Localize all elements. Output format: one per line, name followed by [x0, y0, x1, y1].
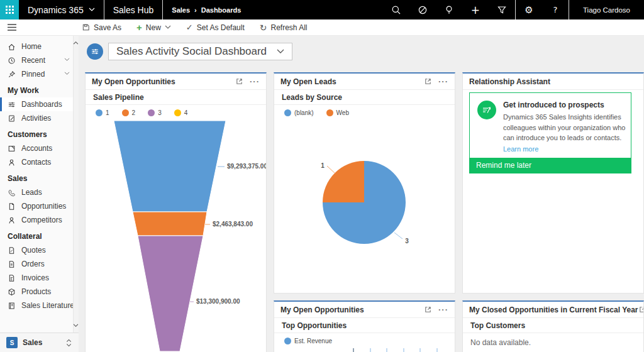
sidebar-scrollbar[interactable] [73, 36, 79, 333]
refresh-all-label: Refresh All [271, 23, 308, 32]
axis-tick [353, 348, 354, 352]
card-top-customers: My Closed Opportunities in Current Fisca… [462, 300, 644, 352]
remind-me-later-button[interactable]: Remind me later [470, 158, 631, 173]
new-label: New [146, 23, 161, 32]
search-button[interactable] [383, 0, 409, 19]
filter-button[interactable] [489, 0, 515, 19]
insight-title: Get introduced to prospects [503, 101, 631, 109]
breadcrumb-page[interactable]: Dashboards [201, 6, 242, 14]
breadcrumb-section[interactable]: Sales [172, 6, 190, 14]
quick-create-button[interactable]: + [462, 0, 489, 19]
sidebar-item-invoices[interactable]: Invoices [0, 271, 79, 285]
legend-item[interactable]: 2 [122, 109, 136, 116]
pie-slice-web[interactable] [323, 161, 364, 202]
popout-icon[interactable] [424, 77, 432, 85]
chevron-down-icon [89, 8, 95, 12]
filter-funnel-icon [497, 5, 507, 15]
sidebar-item-products[interactable]: Products [0, 285, 79, 299]
popout-icon[interactable] [424, 305, 432, 314]
axis-tick [370, 348, 371, 352]
learn-more-link[interactable]: Learn more [503, 145, 631, 153]
chevron-down-icon[interactable] [64, 72, 70, 75]
clock-icon [8, 57, 16, 65]
card-relationship-assistant: Relationship Assistant Get introduced to… [462, 72, 644, 294]
insight-body-text: Dynamics 365 Sales Insights identifies c… [503, 112, 631, 143]
dashboard-selector[interactable]: Sales Activity Social Dashboard [108, 43, 292, 60]
legend-swatch [148, 109, 155, 116]
save-icon [82, 23, 90, 31]
more-options-button[interactable]: ··· [438, 77, 448, 85]
sidebar-item-competitors[interactable]: Competitors [0, 213, 79, 227]
bar-chart-axis-ticks [274, 348, 455, 352]
user-menu[interactable]: Tiago Cardoso [569, 0, 644, 19]
hub-name[interactable]: Sales Hub [104, 0, 163, 19]
sidebar-item-orders[interactable]: Orders [0, 257, 79, 271]
funnel-value-label-2: $2,463,843.00 [213, 221, 253, 228]
sidebar-item-quotes[interactable]: Quotes [0, 243, 79, 257]
lightbulb-icon [444, 5, 454, 15]
legend-item[interactable]: Web [326, 109, 349, 116]
chart-title: Leads by Source [274, 90, 455, 105]
topbar-actions: + ⚙ ? Tiago Cardoso [383, 0, 644, 19]
legend-swatch [284, 338, 291, 344]
insight-card: Get introduced to prospects Dynamics 365… [469, 92, 631, 173]
invoice-document-icon [8, 274, 16, 282]
legend-item[interactable]: 3 [148, 109, 162, 116]
axis-tick [403, 348, 404, 352]
sidebar-item-recent[interactable]: Recent [0, 53, 79, 67]
insights-button[interactable] [436, 0, 462, 19]
settings-button[interactable]: ⚙ [516, 0, 542, 19]
page-title: Sales Activity Social Dashboard [116, 45, 267, 58]
sitemap-toggle-button[interactable] [7, 23, 17, 34]
legend-item[interactable]: Est. Revenue [284, 338, 332, 344]
leader-line [394, 233, 402, 239]
funnel-value-label-3: $13,300,900.00 [196, 298, 240, 305]
sidebar-item-contacts[interactable]: Contacts [0, 155, 79, 169]
more-options-button[interactable]: ··· [250, 77, 260, 85]
app-launcher-button[interactable] [0, 0, 19, 19]
save-as-button[interactable]: Save As [82, 23, 121, 32]
sidebar-item-home[interactable]: Home [0, 40, 79, 53]
legend-item[interactable]: (blank) [284, 109, 314, 116]
pie-legend: (blank) Web [274, 105, 455, 116]
checkmark-icon: ✓ [186, 23, 193, 31]
insight-arrow-icon [482, 105, 492, 115]
sidebar-item-activities[interactable]: Activities [0, 111, 79, 125]
top-navigation-bar: Dynamics 365 Sales Hub Sales › Dashboard… [0, 0, 644, 19]
funnel-segment-2[interactable] [133, 212, 207, 236]
sidebar-item-sales-literature[interactable]: Sales Literature [0, 299, 79, 312]
legend-item[interactable]: 4 [174, 109, 188, 116]
card-title: My Closed Opportunities in Current Fisca… [469, 305, 638, 314]
plus-icon: + [471, 4, 480, 16]
funnel-legend: 1 2 3 4 [86, 105, 266, 116]
sidebar-group-my-work: My Work [0, 81, 79, 97]
accounts-icon [8, 145, 16, 153]
refresh-all-button[interactable]: ↻ Refresh All [260, 23, 308, 32]
help-button[interactable]: ? [542, 0, 569, 19]
area-switcher[interactable]: S Sales [0, 333, 79, 352]
app-name-menu[interactable]: Dynamics 365 [19, 0, 104, 19]
chevron-down-icon [73, 324, 79, 327]
chevron-down-icon[interactable] [64, 58, 70, 62]
sidebar-item-opportunities[interactable]: Opportunities [0, 199, 79, 213]
guidance-button[interactable] [409, 0, 436, 19]
legend-item[interactable]: 1 [96, 109, 109, 116]
sales-pipeline-funnel-chart: $9,293,375.00 $2,463,843.00 $13,300,900.… [86, 119, 266, 352]
no-data-message: No data available. [463, 333, 643, 352]
funnel-segment-1[interactable] [114, 121, 226, 212]
funnel-segment-3[interactable] [138, 236, 203, 351]
legend-swatch [284, 109, 291, 116]
popout-icon[interactable] [638, 305, 644, 314]
new-button[interactable]: + New [136, 23, 171, 32]
more-options-button[interactable]: ··· [438, 305, 448, 314]
sales-insights-icon [477, 101, 496, 119]
set-as-default-button[interactable]: ✓ Set As Default [186, 23, 245, 32]
sidebar-item-leads[interactable]: Leads [0, 185, 79, 199]
sidebar-item-dashboards[interactable]: Dashboards [0, 97, 79, 111]
sidebar-item-pinned[interactable]: Pinned [0, 67, 79, 81]
person-icon [8, 158, 16, 167]
phone-icon [8, 189, 16, 197]
popout-icon[interactable] [235, 77, 243, 85]
chevron-down-icon [165, 25, 171, 30]
sidebar-item-accounts[interactable]: Accounts [0, 141, 79, 155]
